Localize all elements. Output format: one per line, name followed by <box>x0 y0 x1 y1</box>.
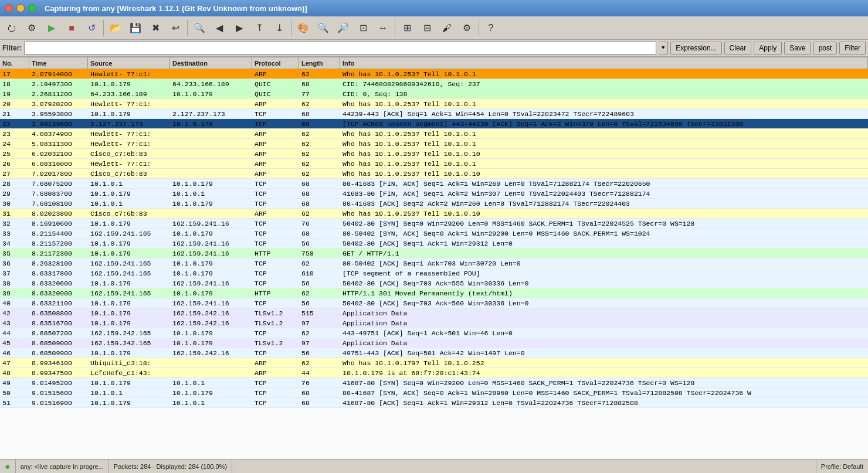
cell-time: 3.07920200 <box>29 100 88 108</box>
table-row[interactable]: 234.08374900Hewlett- 77:c1:ARP62Who has … <box>0 129 868 139</box>
go-to-last-button[interactable]: ⤓ <box>270 19 289 38</box>
go-to-first-button[interactable]: ⤒ <box>250 19 269 38</box>
table-row[interactable]: 519.0151690010.1.0.17910.1.0.1TCP6841687… <box>0 398 868 408</box>
table-row[interactable]: 368.26328100162.159.241.16510.1.0.179TCP… <box>0 258 868 268</box>
table-row[interactable]: 297.6808370010.1.0.17910.1.0.1TCP6841683… <box>0 189 868 199</box>
expression-button[interactable]: Expression... <box>670 42 721 55</box>
table-row[interactable]: 307.6810810010.1.0.110.1.0.179TCP6880-41… <box>0 199 868 209</box>
cell-proto: TCP <box>252 329 299 337</box>
cell-proto: ARP <box>252 369 299 377</box>
table-row[interactable]: 266.08316000Hewlett- 77:c1:ARP62Who has … <box>0 159 868 169</box>
toolbar: ⭮ ⚙ ▶ ■ ↺ 📂 💾 ✖ ↩ 🔍 ◀ ▶ ⤒ ⤓ 🎨 🔍 🔎 ⊡ ↔ ⊞ … <box>0 16 868 40</box>
cell-dst: 10.1.0.179 <box>170 339 252 347</box>
cell-time: 9.01515600 <box>29 389 88 397</box>
table-row[interactable]: 182.1949730010.1.0.17964.233.166.189QUIC… <box>0 79 868 89</box>
table-row[interactable]: 478.99346100Ubiquiti_c3:18:ARP62Who has … <box>0 358 868 368</box>
cell-info: Who has 10.1.0.253? Tell 10.1.0.1 <box>340 100 868 108</box>
save-button[interactable]: Save <box>784 42 811 55</box>
table-row[interactable]: 388.6332060010.1.0.179162.159.241.16TCP5… <box>0 278 868 288</box>
open-file-button[interactable]: 📂 <box>106 19 125 38</box>
table-row[interactable]: 398.63320900162.159.241.16510.1.0.179HTT… <box>0 288 868 298</box>
cell-proto: HTTP <box>252 250 299 257</box>
cell-time: 7.02017800 <box>29 170 88 178</box>
cell-dst: 10.1.0.179 <box>170 389 252 397</box>
find-packet-button[interactable]: 🔍 <box>190 19 209 38</box>
table-row[interactable]: 203.07920200Hewlett- 77:c1:ARP62Who has … <box>0 99 868 109</box>
normal-size-button[interactable]: ⊡ <box>354 19 372 38</box>
cell-len: 44 <box>299 369 340 377</box>
clear-button[interactable]: Clear <box>724 42 752 55</box>
table-row[interactable]: 192.2681120064.233.166.18910.1.0.179QUIC… <box>0 89 868 99</box>
table-row[interactable]: 223.991396002.127.237.17310.1.0.179TCP68… <box>0 119 868 129</box>
cell-time: 3.95593800 <box>29 110 88 118</box>
table-row[interactable]: 408.6332110010.1.0.179162.159.241.16TCP5… <box>0 298 868 308</box>
table-row[interactable]: 438.6351670010.1.0.179162.159.242.16TLSv… <box>0 318 868 328</box>
table-row[interactable]: 358.2117230010.1.0.179162.159.241.16HTTP… <box>0 249 868 258</box>
cell-src: 10.1.0.1 <box>88 200 170 207</box>
cell-time: 8.63516700 <box>29 319 88 327</box>
cell-time: 7.68083700 <box>29 190 88 198</box>
close-button[interactable] <box>5 4 13 12</box>
stop-capture-button[interactable]: ■ <box>62 19 81 38</box>
zoom-out-button[interactable]: 🔎 <box>334 19 352 38</box>
resize-columns-button[interactable]: ↔ <box>374 19 392 38</box>
table-row[interactable]: 509.0151560010.1.0.110.1.0.179TCP6880-41… <box>0 388 868 398</box>
cell-time: 8.68509900 <box>29 349 88 357</box>
table-row[interactable]: 213.9559380010.1.0.1792.127.237.173TCP68… <box>0 109 868 119</box>
restart-capture-button[interactable]: ↺ <box>82 19 101 38</box>
zoom-in-button[interactable]: 🔍 <box>314 19 333 38</box>
cell-info: 443-49751 [ACK] Seq=1 Ack=501 Win=46 Len… <box>340 329 868 337</box>
cell-src: 10.1.0.179 <box>88 190 170 198</box>
table-row[interactable]: 499.0149520010.1.0.17910.1.0.1TCP7641687… <box>0 378 868 388</box>
start-capture-button[interactable]: ▶ <box>42 19 61 38</box>
table-row[interactable]: 428.6350880010.1.0.179162.159.242.16TLSv… <box>0 308 868 318</box>
maximize-button[interactable] <box>28 4 36 12</box>
capture-options-button[interactable]: ⚙ <box>22 19 41 38</box>
filter-label: Filter: <box>2 44 22 52</box>
cell-dst: 162.159.241.16 <box>170 300 252 307</box>
filter-dropdown[interactable]: ▼ <box>659 42 668 55</box>
colorize-button[interactable]: 🎨 <box>294 19 313 38</box>
table-row[interactable]: 256.02032100Cisco_c7:6b:83ARP62Who has 1… <box>0 149 868 159</box>
preferences-button[interactable]: ⚙ <box>457 19 476 38</box>
save-file-button[interactable]: 💾 <box>126 19 145 38</box>
cell-src: Hewlett- 77:c1: <box>88 100 170 108</box>
col-destination[interactable]: Destination <box>170 57 252 69</box>
table-row[interactable]: 172.07914000Hewlett- 77:c1:ARP62Who has … <box>0 69 868 79</box>
close-file-button[interactable]: ✖ <box>146 19 165 38</box>
help-button[interactable]: ? <box>482 19 500 38</box>
go-back-button[interactable]: ◀ <box>210 19 229 38</box>
table-row[interactable]: 348.2115720010.1.0.179162.159.241.16TCP5… <box>0 239 868 249</box>
cell-dst: 10.1.0.179 <box>170 180 252 188</box>
color-rules-button[interactable]: 🖌 <box>438 19 456 38</box>
cell-no: 28 <box>0 180 29 188</box>
cell-proto: TCP <box>252 270 299 277</box>
table-row[interactable]: 468.6850990010.1.0.179162.159.242.16TCP5… <box>0 348 868 358</box>
capture-filter-button[interactable]: ⊞ <box>398 19 416 38</box>
col-source[interactable]: Source <box>88 57 170 69</box>
filter-button[interactable]: Filter <box>839 42 866 55</box>
table-row[interactable]: 277.02017800Cisco_c7:6b:83ARP62Who has 1… <box>0 169 868 179</box>
table-row[interactable]: 328.1691060010.1.0.179162.159.241.16TCP7… <box>0 219 868 229</box>
filter-bar: Filter: ▼ Expression... Clear Apply Save… <box>0 40 868 57</box>
table-row[interactable]: 488.99347500LcfcHefe_c1:43:ARP4410.1.0.1… <box>0 368 868 378</box>
table-row[interactable]: 458.68509000162.159.242.16510.1.0.179TLS… <box>0 338 868 348</box>
capture-interfaces-button[interactable]: ⭮ <box>2 19 21 38</box>
table-row[interactable]: 245.08311300Hewlett- 77:c1:ARP62Who has … <box>0 139 868 149</box>
reload-file-button[interactable]: ↩ <box>166 19 185 38</box>
display-filter-button[interactable]: ⊟ <box>418 19 436 38</box>
table-row[interactable]: 378.63317800162.159.241.16510.1.0.179TCP… <box>0 268 868 278</box>
cell-src: 162.159.241.165 <box>88 270 170 277</box>
table-row[interactable]: 338.21154400162.159.241.16510.1.0.179TCP… <box>0 229 868 239</box>
toolbar-separator-3 <box>291 20 291 36</box>
go-forward-button[interactable]: ▶ <box>230 19 249 38</box>
apply-button[interactable]: Apply <box>754 42 782 55</box>
cell-time: 8.63508800 <box>29 309 88 317</box>
table-row[interactable]: 287.6807520010.1.0.110.1.0.179TCP6880-41… <box>0 179 868 189</box>
filter-input[interactable] <box>24 42 656 55</box>
table-row[interactable]: 448.68507200162.159.242.16510.1.0.179TCP… <box>0 328 868 338</box>
table-row[interactable]: 318.02023800Cisco_c7:6b:83ARP62Who has 1… <box>0 209 868 219</box>
col-protocol: Protocol <box>252 57 299 69</box>
minimize-button[interactable] <box>16 4 25 12</box>
post-button[interactable]: post <box>813 42 838 55</box>
